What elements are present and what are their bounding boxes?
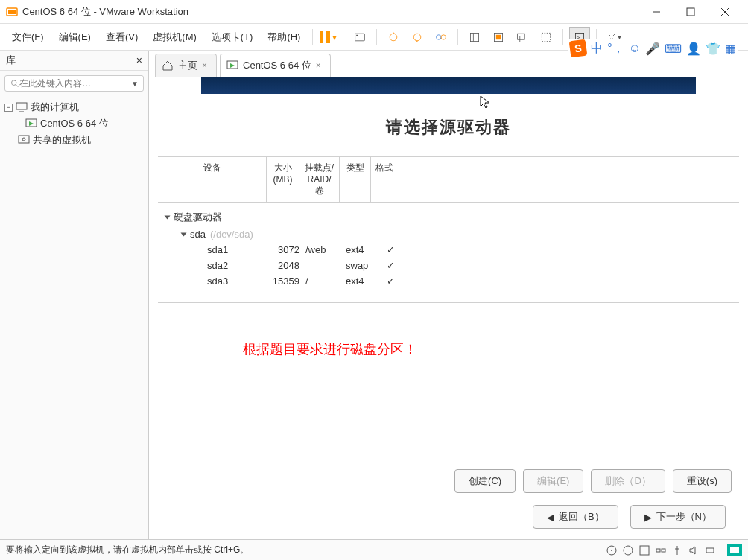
svg-point-28 bbox=[22, 138, 25, 141]
vmware-logo-icon bbox=[6, 6, 18, 18]
ime-tool-icon[interactable]: ▦ bbox=[725, 42, 736, 56]
library-sidebar: 库 × ▼ − 我的计算机 CentOS 6 64 位 共享的虚拟机 bbox=[0, 51, 149, 539]
status-disk-icon[interactable] bbox=[606, 544, 618, 556]
svg-point-32 bbox=[611, 550, 612, 551]
tree-mycomputer[interactable]: − 我的计算机 bbox=[1, 99, 147, 115]
sidebar-title: 库 bbox=[6, 54, 16, 67]
titlebar: CentOS 6 64 位 - VMware Workstation bbox=[0, 0, 748, 24]
menu-view[interactable]: 查看(V) bbox=[100, 28, 144, 47]
table-row[interactable]: sda22048swap✓ bbox=[165, 258, 732, 273]
svg-point-8 bbox=[390, 34, 398, 41]
sidebar-close-icon[interactable]: × bbox=[136, 54, 142, 66]
home-icon bbox=[162, 60, 174, 71]
annotation-text: 根据题目要求进行磁盘分区！ bbox=[156, 303, 741, 358]
svg-point-11 bbox=[441, 34, 446, 39]
ime-voice-icon[interactable]: 🎤 bbox=[645, 42, 660, 56]
tree-vm-centos[interactable]: CentOS 6 64 位 bbox=[1, 115, 147, 132]
content-area: 主页 × CentOS 6 64 位 × 请选择源驱动器 设备 大小 (MB) … bbox=[149, 51, 748, 539]
col-device[interactable]: 设备 bbox=[158, 157, 267, 202]
status-sound-icon[interactable] bbox=[688, 544, 700, 556]
next-button[interactable]: ▶下一步（N） bbox=[630, 505, 726, 529]
col-mount[interactable]: 挂载点/ RAID/卷 bbox=[299, 157, 340, 202]
close-button[interactable] bbox=[708, 1, 742, 23]
minimize-button[interactable] bbox=[639, 1, 673, 23]
maximize-button[interactable] bbox=[673, 1, 708, 23]
ime-skin-icon[interactable]: 👕 bbox=[706, 42, 720, 56]
svg-point-9 bbox=[414, 34, 422, 41]
menu-edit[interactable]: 编辑(E) bbox=[53, 28, 97, 47]
statusbar: 要将输入定向到该虚拟机，请在虚拟机内部单击或按 Ctrl+G。 bbox=[0, 539, 748, 560]
search-input[interactable] bbox=[19, 78, 131, 89]
view-single-icon[interactable] bbox=[464, 27, 485, 48]
menu-file[interactable]: 文件(F) bbox=[6, 28, 50, 47]
snapshot-revert-icon[interactable] bbox=[407, 27, 428, 48]
table-row[interactable]: sda13072/webext4✓ bbox=[165, 242, 732, 258]
tab-centos[interactable]: CentOS 6 64 位 × bbox=[220, 54, 331, 77]
shared-icon bbox=[18, 134, 30, 146]
status-display-icon[interactable] bbox=[727, 544, 742, 556]
snapshot-take-icon[interactable] bbox=[383, 27, 404, 48]
status-cd-icon[interactable] bbox=[622, 544, 634, 556]
ime-user-icon[interactable]: 👤 bbox=[686, 42, 701, 56]
menu-help[interactable]: 帮助(H) bbox=[262, 28, 306, 47]
table-row[interactable]: sda315359/ext4✓ bbox=[165, 273, 732, 289]
svg-rect-27 bbox=[19, 136, 29, 143]
svg-rect-38 bbox=[730, 547, 739, 553]
snapshot-manager-icon[interactable] bbox=[431, 27, 451, 48]
group-sda[interactable]: sda (/dev/sda) bbox=[165, 226, 732, 242]
edit-button[interactable]: 编辑(E) bbox=[523, 469, 583, 493]
svg-rect-37 bbox=[706, 548, 714, 553]
guest-screen[interactable]: 请选择源驱动器 设备 大小 (MB) 挂载点/ RAID/卷 类型 格式 硬盘驱… bbox=[149, 77, 748, 539]
reset-button[interactable]: 重设(s) bbox=[673, 469, 732, 493]
svg-rect-23 bbox=[16, 103, 27, 109]
view-stretch-icon[interactable] bbox=[536, 27, 557, 48]
ime-toolbar[interactable]: S 中 °， ☺ 🎤 ⌨ 👤 👕 ▦ bbox=[568, 39, 738, 58]
svg-rect-6 bbox=[355, 34, 365, 41]
ime-keyboard-icon[interactable]: ⌨ bbox=[665, 42, 682, 56]
installer-banner bbox=[201, 77, 696, 94]
tree-shared[interactable]: 共享的虚拟机 bbox=[1, 132, 147, 148]
group-harddrives[interactable]: 硬盘驱动器 bbox=[165, 209, 732, 226]
table-header: 设备 大小 (MB) 挂载点/ RAID/卷 类型 格式 bbox=[158, 157, 739, 203]
ime-emoji-icon[interactable]: ☺ bbox=[629, 42, 641, 55]
ime-lang[interactable]: 中 bbox=[591, 41, 603, 57]
send-ctrl-alt-del-icon[interactable] bbox=[349, 27, 370, 48]
svg-rect-1 bbox=[8, 10, 16, 14]
search-dropdown-icon[interactable]: ▼ bbox=[131, 80, 139, 88]
svg-line-22 bbox=[16, 85, 18, 87]
tab-close-icon[interactable]: × bbox=[202, 60, 207, 71]
search-icon bbox=[10, 77, 19, 89]
svg-rect-17 bbox=[520, 36, 527, 42]
menu-vm[interactable]: 虚拟机(M) bbox=[147, 28, 203, 47]
svg-rect-36 bbox=[662, 549, 665, 552]
pause-button[interactable]: ▾ bbox=[319, 31, 337, 43]
delete-button[interactable]: 删除（D） bbox=[591, 469, 665, 493]
col-type[interactable]: 类型 bbox=[340, 157, 371, 202]
create-button[interactable]: 创建(C) bbox=[454, 469, 516, 493]
status-text: 要将输入定向到该虚拟机，请在虚拟机内部单击或按 Ctrl+G。 bbox=[6, 544, 249, 556]
view-console-icon[interactable] bbox=[512, 27, 533, 48]
col-format[interactable]: 格式 bbox=[371, 157, 398, 202]
ime-punct[interactable]: °， bbox=[607, 41, 624, 57]
svg-rect-12 bbox=[471, 33, 479, 41]
vm-running-icon bbox=[226, 60, 238, 71]
sogou-icon[interactable]: S bbox=[569, 39, 588, 58]
view-unity-icon[interactable] bbox=[488, 27, 509, 48]
svg-point-10 bbox=[437, 34, 441, 39]
back-button[interactable]: ◀返回（B） bbox=[533, 505, 618, 529]
svg-rect-18 bbox=[542, 33, 551, 41]
window-title: CentOS 6 64 位 - VMware Workstation bbox=[22, 5, 639, 19]
status-usb-icon[interactable] bbox=[671, 544, 683, 556]
status-network-icon[interactable] bbox=[655, 544, 667, 556]
status-printer-icon[interactable] bbox=[704, 544, 716, 556]
tab-close-icon[interactable]: × bbox=[316, 60, 321, 71]
svg-rect-7 bbox=[357, 34, 358, 36]
status-floppy-icon[interactable] bbox=[638, 544, 650, 556]
svg-rect-35 bbox=[656, 549, 660, 552]
tab-home[interactable]: 主页 × bbox=[155, 54, 217, 77]
svg-rect-3 bbox=[687, 8, 694, 16]
svg-point-33 bbox=[624, 546, 633, 555]
menu-tabs[interactable]: 选项卡(T) bbox=[206, 28, 259, 47]
search-box[interactable]: ▼ bbox=[4, 75, 144, 92]
col-size[interactable]: 大小 (MB) bbox=[267, 157, 299, 202]
